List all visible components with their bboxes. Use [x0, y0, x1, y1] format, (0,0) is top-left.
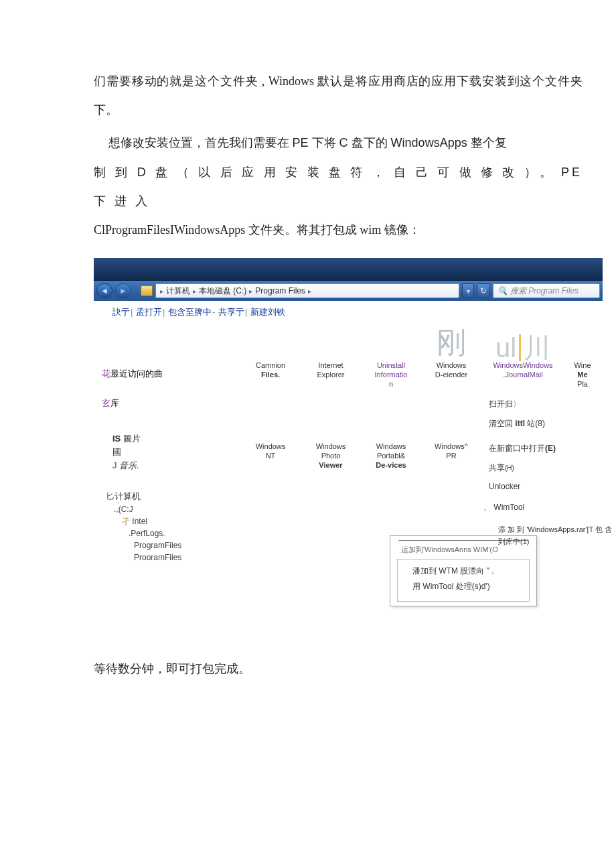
- cmd-item[interactable]: 共享亍: [218, 307, 244, 317]
- context-menu-item-add-wtm[interactable]: 潘加到 WTM 股漂向 " .: [402, 564, 525, 579]
- folder-label: Files.: [261, 371, 280, 379]
- rmenu-label: 在新窗口中打开: [489, 444, 545, 453]
- folder-label: Informatio: [375, 371, 408, 379]
- folder-windows-media-player[interactable]: Wine Me Pla: [569, 328, 596, 389]
- nav-music[interactable]: J 音乐.: [102, 459, 202, 472]
- nav-programfiles-1[interactable]: ProgramFiles: [102, 539, 202, 551]
- chevron-right-icon: ▸: [308, 287, 311, 295]
- command-bar: 訣亍| 孟打开| 包含至脾中- 共享亍| 新建刘铁: [94, 301, 603, 321]
- folder-label: Explorer: [317, 371, 345, 379]
- nav-computer[interactable]: 匕计算机: [102, 490, 202, 503]
- folder-label: Me: [577, 371, 587, 379]
- folder-icons-area: Camnion Files. Internet Explorer Uninsta…: [209, 328, 603, 636]
- folder-icon: [141, 285, 153, 296]
- breadcrumb-seg-computer[interactable]: 计算机: [166, 285, 190, 297]
- folder-windows-portable-devices[interactable]: Windaws Portabl& De-vices: [366, 409, 416, 470]
- nav-perflogs[interactable]: .PerfLogs.: [102, 527, 202, 539]
- rmenu-open[interactable]: 扫开归〉: [483, 395, 616, 414]
- rmenu-unlocker[interactable]: Unlocker: [483, 478, 616, 495]
- nav-recent-prefix: 花: [102, 369, 110, 379]
- cmd-item[interactable]: 孟打开: [136, 307, 162, 317]
- breadcrumb[interactable]: ▸ 计算机 ▸ 本地磁盘 (C:) ▸ Program Files ▸: [155, 283, 459, 298]
- nav-lib-label: 库: [110, 398, 119, 408]
- folder-uninstall-information[interactable]: Uninstall Informatio n: [366, 328, 416, 389]
- refresh-button[interactable]: ↻: [477, 283, 490, 298]
- folder-glyph: 川: [524, 334, 550, 361]
- refresh-icon: ↻: [480, 286, 487, 295]
- folder-label: Windaws: [376, 442, 406, 450]
- nav-recent[interactable]: 花最近访问的曲: [102, 368, 202, 380]
- folder-label: Windows: [437, 361, 467, 369]
- rmenu-add-to-rar[interactable]: 添 加 到 'WindowsApps.rar'[T 包 含 到库中(1): [483, 517, 616, 547]
- folder-label: De-vices: [376, 461, 406, 469]
- nav-intel[interactable]: 孑 Intel: [102, 515, 202, 527]
- nav-intel-label: Intel: [132, 517, 147, 526]
- folder-label: Camnion: [256, 361, 285, 369]
- paragraph-1: 们需要移动的就是这个文件夹 , Windows 默认是将应用商店的应用下载安装到…: [94, 67, 583, 125]
- rmenu-label: 站(8): [525, 419, 545, 428]
- search-icon: 🔍: [497, 286, 508, 295]
- folder-label: Windows: [256, 442, 286, 450]
- folder-label: .JournalMail: [503, 371, 542, 379]
- explorer-screenshot: ◄ ► ▸ 计算机 ▸ 本地磁盘 (C:) ▸ Program Files ▸ …: [94, 258, 603, 636]
- folder-label: Viewer: [319, 461, 342, 469]
- folder-windows-defender[interactable]: 刚 Windows D-eiender: [426, 328, 477, 389]
- nav-intel-prefix: 孑: [122, 517, 130, 526]
- folder-label: Pla: [577, 380, 588, 388]
- rmenu-label: ittl: [515, 419, 525, 428]
- rmenu-open-new-window[interactable]: 在新窗口中打开(E): [483, 434, 616, 458]
- chevron-right-icon: ▸: [193, 287, 196, 295]
- search-placeholder: 搜索 Program Files: [510, 285, 579, 297]
- chevron-down-icon: ▾: [467, 287, 470, 295]
- folder-windows-photo-viewer[interactable]: Windows Photo Viewer: [305, 409, 356, 470]
- context-menu-item-wimtool[interactable]: 用 WimTool 处理(s)d'): [402, 579, 525, 594]
- nav-libraries[interactable]: 玄库: [102, 397, 202, 409]
- breadcrumb-seg-programfiles[interactable]: Program Files: [255, 286, 305, 295]
- folder-internet-explorer[interactable]: Internet Explorer: [305, 328, 356, 389]
- folder-label: Windows^: [435, 442, 468, 450]
- breadcrumb-dropdown-button[interactable]: ▾: [462, 283, 474, 298]
- folder-glyph: ul: [495, 334, 516, 361]
- cmd-item[interactable]: 新建刘铁: [250, 307, 285, 317]
- rmenu-label: (E): [545, 444, 556, 453]
- breadcrumb-seg-cdrive[interactable]: 本地磁盘 (C:): [199, 285, 246, 297]
- folder-label: NT: [266, 452, 276, 460]
- folder-label: Wine: [574, 361, 591, 369]
- folder-label: WindowsWindows: [493, 361, 552, 369]
- document-body: 们需要移动的就是这个文件夹 , Windows 默认是将应用商店的应用下载安装到…: [0, 0, 616, 683]
- nav-lib-prefix: 玄: [102, 398, 110, 408]
- folder-common-files[interactable]: Camnion Files.: [245, 328, 296, 389]
- folder-windows-nt[interactable]: Windows NT: [245, 409, 296, 470]
- folder-label: Windows: [316, 442, 346, 450]
- folder-label: PR: [446, 452, 456, 460]
- rmenu-label: 清空回: [489, 419, 515, 428]
- rmenu-wimtool[interactable]: 、 WimTool: [483, 495, 616, 517]
- explorer-client-area: 花最近访问的曲 玄库 IS 圖片 國 J 音乐. 匕计算机 .,(C:J: [94, 321, 603, 636]
- nav-item-guo[interactable]: 國: [102, 446, 202, 459]
- folder-windows-pr[interactable]: Windows^ PR: [426, 409, 477, 470]
- nav-back-button[interactable]: ◄: [96, 283, 112, 298]
- folder-windows-journal-mail[interactable]: ul 川 WindowsWindows .JournalMail: [486, 328, 560, 389]
- chevron-right-icon: ▸: [160, 287, 163, 295]
- folder-label: Portabl&: [377, 452, 405, 460]
- nav-forward-button[interactable]: ►: [115, 283, 131, 298]
- address-bar: ◄ ► ▸ 计算机 ▸ 本地磁盘 (C:) ▸ Program Files ▸ …: [94, 281, 603, 301]
- nav-programfiles-2[interactable]: ProoramFiles: [102, 551, 202, 564]
- folder-label: D-eiender: [435, 371, 467, 379]
- cmd-item[interactable]: 包含至脾中: [168, 307, 212, 317]
- rmenu-share[interactable]: 共享(H): [483, 458, 616, 478]
- rmenu-empty-recycle[interactable]: 清空回 ittl 站(8): [483, 414, 616, 434]
- arrow-left-icon: ◄: [100, 286, 108, 295]
- nav-c-drive[interactable]: .,(C:J: [102, 503, 202, 515]
- right-context-menu: 扫开归〉 清空回 ittl 站(8) 在新窗口中打开(E) 共享(H) Unlo…: [483, 395, 616, 547]
- search-input[interactable]: 🔍 搜索 Program Files: [493, 283, 600, 298]
- nav-pictures[interactable]: IS 圖片: [102, 432, 202, 446]
- window-titlebar: [94, 258, 603, 281]
- folder-label: n: [389, 380, 393, 388]
- divider-icon: [519, 334, 521, 361]
- cmd-item[interactable]: 訣亍: [112, 307, 130, 317]
- rmenu-label: 共享: [489, 463, 505, 472]
- icon-row-1: Camnion Files. Internet Explorer Uninsta…: [209, 328, 603, 389]
- nav-music-prefix: J: [112, 460, 117, 470]
- nav-recent-label: 最近访问的曲: [110, 369, 163, 379]
